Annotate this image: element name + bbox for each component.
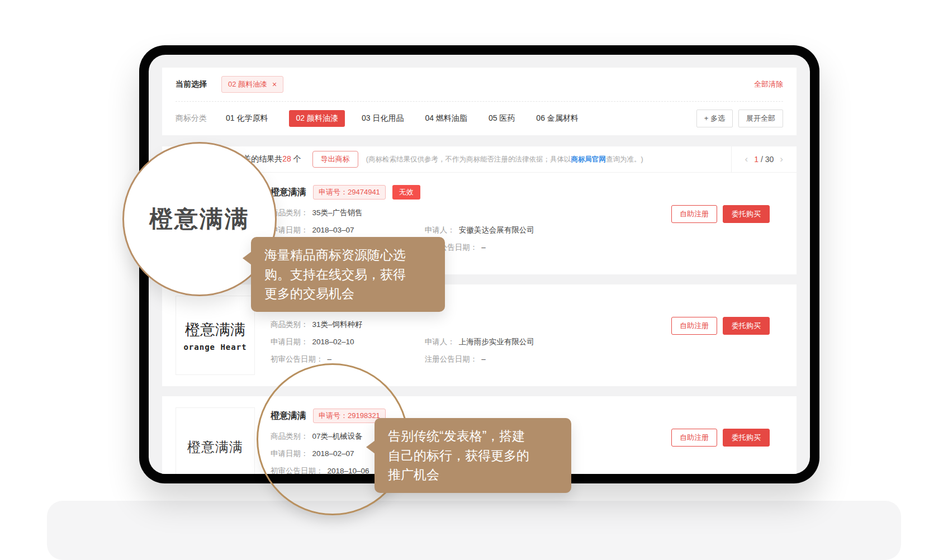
goods-category-label: 商品类别： (271, 320, 309, 329)
entrust-buy-button[interactable]: 委托购买 (723, 317, 770, 335)
row-1-actions: 自助注册 委托购买 (671, 205, 770, 223)
results-summary-suffix: 个 (291, 154, 301, 163)
tooltip-arrow-icon (366, 440, 375, 454)
magnified-trademark-text: 橙意满满 (149, 203, 250, 235)
clear-all-button[interactable]: 全部清除 (754, 79, 783, 89)
self-register-button[interactable]: 自助注册 (671, 317, 717, 335)
category-item-04[interactable]: 04 燃料油脂 (425, 113, 467, 124)
current-page: 1 (754, 155, 759, 164)
page-separator: / (761, 155, 763, 164)
applicant-label: 申请人： (425, 338, 455, 346)
trademark-image-3: 橙意满满 (176, 407, 255, 474)
expand-all-button[interactable]: 展开全部 (738, 110, 783, 127)
trademark-image-2-text: 橙意满满 (185, 320, 245, 340)
disclaimer-suffix: 查询为准。) (606, 155, 643, 163)
category-item-05[interactable]: 05 医药 (489, 113, 515, 124)
total-pages: 30 (765, 155, 774, 164)
pagination: ‹ 1 / 30 › (731, 146, 797, 172)
application-date-value: 2018–03–07 (312, 226, 354, 234)
entrust-buy-button[interactable]: 委托购买 (723, 429, 770, 447)
self-register-button[interactable]: 自助注册 (671, 205, 717, 223)
application-date-label: 申请日期： (271, 338, 309, 346)
category-item-03[interactable]: 03 日化用品 (362, 113, 404, 124)
tooltip-line: 更多的交易机会 (264, 284, 432, 303)
category-actions: + 多选 展开全部 (696, 110, 783, 127)
first-publication-label: 初审公告日期： (271, 355, 324, 363)
application-number-value: 29474941 (348, 188, 380, 196)
application-date-value: 2018–02–10 (312, 338, 354, 346)
tooltip-promotion: 告别传统“发表格”，搭建 自己的标行，获得更多的 推广机会 (375, 418, 571, 493)
goods-category-value: 31类–饲料种籽 (312, 320, 363, 329)
results-count: 28 (282, 154, 291, 163)
tooltip-line: 自己的标行，获得更多的 (388, 446, 558, 466)
trademark-office-link[interactable]: 商标局官网 (571, 155, 606, 163)
entrust-buy-button[interactable]: 委托购买 (723, 205, 770, 223)
tooltip-line: 海量精品商标资源随心选 (264, 245, 432, 265)
prev-page-icon[interactable]: ‹ (745, 154, 748, 165)
disclaimer-prefix: (商标检索结果仅供参考，不作为商标能否注册的法律依据；具体以 (366, 155, 571, 163)
applicant-value: 安徽美达会展有限公司 (459, 226, 534, 234)
row-3-actions: 自助注册 委托购买 (671, 429, 770, 447)
selected-filter-tag[interactable]: 02 颜料油漆 × (221, 76, 283, 93)
trademark-image-2: 橙意满满 orange Heart (176, 296, 255, 375)
row-2-actions: 自助注册 委托购买 (671, 317, 770, 335)
registration-publication-value: – (481, 243, 486, 251)
multi-select-button[interactable]: + 多选 (696, 110, 733, 127)
category-row: 商标分类 01 化学原料 02 颜料油漆 03 日化用品 04 燃料油脂 05 … (162, 102, 797, 135)
self-register-button[interactable]: 自助注册 (671, 429, 717, 447)
laptop-base (47, 501, 901, 560)
trademark-image-3-text: 橙意满满 (187, 438, 243, 456)
current-selection-label: 当前选择 (176, 79, 207, 89)
filter-card: 当前选择 02 颜料油漆 × 全部清除 商标分类 01 化学原料 02 颜料油漆… (162, 68, 797, 135)
tooltip-line: 购。支持在线交易，获得 (264, 265, 432, 284)
category-item-06[interactable]: 06 金属材料 (536, 113, 578, 124)
page-indicator: 1 / 30 (754, 155, 774, 164)
status-badge-invalid: 无效 (392, 185, 420, 200)
trademark-name: 橙意满满 (271, 187, 306, 198)
category-item-02-active[interactable]: 02 颜料油漆 (289, 110, 344, 127)
trademark-image-2-subtext: orange Heart (183, 343, 247, 352)
category-item-01[interactable]: 01 化学原料 (226, 113, 268, 124)
selected-filter-tag-label: 02 颜料油漆 (228, 79, 267, 89)
application-number-label: 申请号： (319, 188, 348, 196)
applicant-label: 申请人： (425, 226, 455, 234)
registration-publication-label: 注册公告日期： (425, 355, 478, 363)
category-row-label: 商标分类 (176, 113, 207, 124)
registration-publication-value: – (481, 355, 486, 363)
tooltip-arrow-icon (243, 251, 252, 265)
tooltip-line: 告别传统“发表格”，搭建 (388, 426, 558, 446)
tooltip-marketplace: 海量精品商标资源随心选 购。支持在线交易，获得 更多的交易机会 (251, 237, 445, 312)
goods-category-value: 35类–广告销售 (312, 208, 363, 217)
results-disclaimer: (商标检索结果仅供参考，不作为商标能否注册的法律依据；具体以商标局官网查询为准。… (366, 155, 643, 164)
first-publication-value: – (328, 355, 332, 363)
applicant-value: 上海雨步实业有限公司 (459, 338, 534, 346)
next-page-icon[interactable]: › (780, 154, 783, 165)
tooltip-line: 推广机会 (388, 465, 558, 485)
application-number-tag: 申请号：29474941 (313, 185, 386, 200)
export-trademarks-button[interactable]: 导出商标 (312, 151, 358, 168)
current-selection-row: 当前选择 02 颜料油漆 × 全部清除 (162, 68, 797, 101)
remove-filter-icon[interactable]: × (272, 80, 277, 88)
